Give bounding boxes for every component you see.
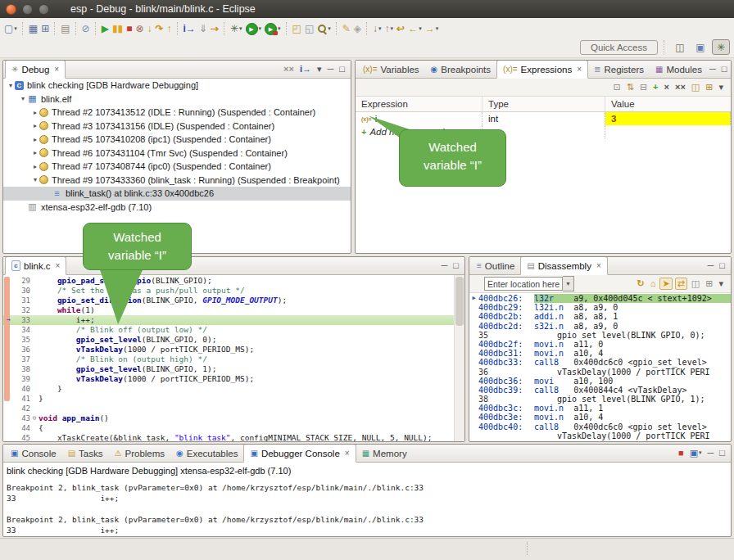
use-step-filters-icon[interactable]: ⇢ xyxy=(209,21,220,37)
show-type-names-icon[interactable]: ⊡ xyxy=(611,82,622,93)
close-icon[interactable]: × xyxy=(577,65,582,74)
remove-expression-icon[interactable]: × xyxy=(663,82,671,93)
tree-expander-icon[interactable]: ▸ xyxy=(31,109,39,116)
dropdown-arrow-icon[interactable]: ▾ xyxy=(239,25,242,32)
tab-debugger-console[interactable]: ▣Debugger Console× xyxy=(243,444,356,463)
maximize-icon[interactable]: □ xyxy=(720,64,729,75)
dropdown-arrow-icon[interactable]: ▾ xyxy=(391,25,394,32)
tab-variables[interactable]: (x)=Variables xyxy=(357,61,425,78)
debug-tree-row[interactable]: ▾Thread #9 1073433360 (blink_task : Runn… xyxy=(3,174,351,187)
close-icon[interactable]: × xyxy=(345,449,350,458)
tab-console[interactable]: ▣Console xyxy=(5,445,62,462)
tab-breakpoints[interactable]: ◉Breakpoints xyxy=(425,61,496,78)
remove-all-terminated-icon[interactable]: ×× xyxy=(282,64,296,75)
debug-perspective-icon[interactable]: ✳ xyxy=(712,39,730,55)
tab-executables[interactable]: ◉Executables xyxy=(170,445,243,462)
refresh-icon[interactable]: ↻ xyxy=(636,278,646,289)
tab-debug[interactable]: ✳Debug× xyxy=(5,60,66,79)
remove-all-expressions-icon[interactable]: ×× xyxy=(673,82,687,93)
debug-tree-row[interactable]: ▸Thread #3 1073413156 (IDLE) (Suspended … xyxy=(3,120,351,133)
suspend-icon[interactable]: ▮▮ xyxy=(111,21,125,37)
close-icon[interactable]: × xyxy=(54,65,59,74)
dropdown-arrow-icon[interactable]: ▾ xyxy=(328,25,331,32)
tab-disassembly[interactable]: ▤Disassembly× xyxy=(520,256,607,275)
next-annotation-icon[interactable]: ↓▾ xyxy=(371,21,383,37)
console-output[interactable]: Breakpoint 2, blink_task (pvParameter=0x… xyxy=(3,477,731,535)
fold-marker-icon[interactable]: ⊖ xyxy=(30,413,39,423)
tab-registers[interactable]: ≣Registers xyxy=(588,61,650,78)
sync-context-icon[interactable]: ⇄ xyxy=(675,278,687,290)
pin-view-icon[interactable]: ⊞ xyxy=(704,82,714,93)
collapse-all-icon[interactable]: ⊟ xyxy=(638,82,649,93)
debug-launch-tree[interactable]: ▾Cblink checking [GDB Hardware Debugging… xyxy=(3,79,351,214)
mark-occurrences-icon[interactable]: ✎ xyxy=(341,21,352,37)
resume-icon[interactable]: ▶ xyxy=(100,21,111,37)
pin-view-icon[interactable]: ⊞ xyxy=(704,278,714,289)
tree-expander-icon[interactable]: ▸ xyxy=(31,149,39,156)
close-icon[interactable]: × xyxy=(596,261,601,270)
minimize-icon[interactable]: ─ xyxy=(326,64,336,75)
debug-tree-row[interactable]: ▸Thread #5 1073410208 (ipc1) (Suspended … xyxy=(3,133,351,147)
track-expression-icon[interactable]: ➤ xyxy=(659,278,672,290)
maximize-icon[interactable]: □ xyxy=(718,448,727,458)
new-view-icon[interactable]: ◫ xyxy=(690,278,701,289)
save-icon[interactable]: ▦ xyxy=(27,21,39,37)
open-resource-icon[interactable]: ◱ xyxy=(303,21,315,37)
display-selected-console-icon[interactable]: ▣▾ xyxy=(688,448,704,458)
dropdown-arrow-icon[interactable]: ▾ xyxy=(436,25,439,32)
location-input[interactable]: Enter location here xyxy=(484,277,563,291)
add-expression-icon[interactable]: + xyxy=(651,82,659,93)
location-dropdown-icon[interactable]: ▼ xyxy=(563,276,574,291)
dropdown-arrow-icon[interactable]: ▾ xyxy=(378,25,382,32)
annotation-icon[interactable]: ◈ xyxy=(352,21,363,37)
close-icon[interactable]: × xyxy=(56,261,61,270)
tab-expressions[interactable]: (x)=Expressions× xyxy=(496,60,588,79)
maximize-icon[interactable]: □ xyxy=(338,64,347,75)
debug-tree-row[interactable]: ▾Cblink checking [GDB Hardware Debugging… xyxy=(3,79,351,93)
window-maximize-button[interactable] xyxy=(39,4,49,15)
expression-row[interactable]: (x)= i int 3 xyxy=(356,112,731,125)
build-icon[interactable]: ▤ xyxy=(59,21,71,37)
previous-annotation-icon[interactable]: ↑▾ xyxy=(383,21,396,37)
maximize-icon[interactable]: □ xyxy=(718,260,727,271)
external-tools-icon[interactable]: ▶▾ xyxy=(263,21,283,37)
last-edit-location-icon[interactable]: ↩ xyxy=(395,21,406,37)
step-into-icon[interactable]: ↓ xyxy=(145,21,153,37)
column-header-expression[interactable]: Expression xyxy=(356,97,483,111)
minimize-icon[interactable]: ─ xyxy=(706,260,716,271)
tree-expander-icon[interactable]: ▾ xyxy=(19,95,27,102)
tab-modules[interactable]: ▦Modules xyxy=(650,61,708,78)
tree-expander-icon[interactable]: ▾ xyxy=(31,176,39,183)
run-icon[interactable]: ▶▾ xyxy=(244,21,264,37)
tree-expander-icon[interactable]: ▾ xyxy=(7,82,15,89)
view-menu-icon[interactable]: ▾ xyxy=(717,82,725,93)
back-icon[interactable]: ←▾ xyxy=(406,21,424,37)
terminate-icon[interactable]: ■ xyxy=(125,21,134,37)
tab-blink-c[interactable]: cblink.c× xyxy=(5,256,66,275)
column-header-value[interactable]: Value xyxy=(605,97,731,111)
column-header-type[interactable]: Type xyxy=(483,97,605,111)
view-menu-icon[interactable]: ▾ xyxy=(315,64,324,75)
window-close-button[interactable] xyxy=(6,4,16,15)
open-element-icon[interactable]: ◰ xyxy=(291,21,303,37)
minimize-icon[interactable]: ─ xyxy=(440,260,450,271)
tab-tasks[interactable]: ▤Tasks xyxy=(62,445,109,462)
cpp-perspective-icon[interactable]: ▣ xyxy=(691,39,709,55)
view-menu-icon[interactable]: ▾ xyxy=(717,278,725,289)
dropdown-arrow-icon[interactable]: ▾ xyxy=(278,25,281,32)
new-view-icon[interactable]: ◫ xyxy=(690,82,701,93)
editor-vertical-scrollbar[interactable] xyxy=(454,275,464,441)
window-minimize-button[interactable] xyxy=(22,4,33,15)
home-icon[interactable]: ⌂ xyxy=(649,278,658,289)
step-over-icon[interactable]: ↷ xyxy=(153,21,165,37)
disconnect-icon[interactable]: ⊗ xyxy=(134,21,145,37)
quick-access-box[interactable]: Quick Access xyxy=(580,40,658,55)
open-perspective-icon[interactable]: ◫ xyxy=(671,39,689,55)
debug-icon[interactable]: ✳▾ xyxy=(229,21,244,37)
debug-tree-row[interactable]: ▥xtensa-esp32-elf-gdb (7.10) xyxy=(3,201,351,215)
instruction-stepping-icon[interactable]: i→ xyxy=(182,21,197,37)
maximize-icon[interactable]: □ xyxy=(451,260,460,271)
debug-tree-row[interactable]: ▸Thread #7 1073408744 (ipc0) (Suspended … xyxy=(3,160,351,174)
tree-expander-icon[interactable]: ▸ xyxy=(31,136,39,143)
dropdown-arrow-icon[interactable]: ▾ xyxy=(699,449,702,456)
